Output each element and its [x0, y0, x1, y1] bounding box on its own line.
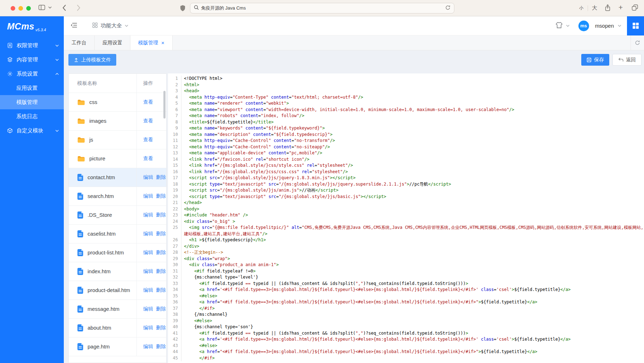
delete-link[interactable]: 删除	[156, 287, 166, 293]
table-row[interactable]: message.htm 编辑删除	[69, 300, 166, 319]
table-row[interactable]: page.htm 编辑删除	[69, 337, 166, 356]
template-file-panel: 模板名称 操作 css 查看 images 查看 js 查看	[68, 73, 167, 363]
browser-sidebar-toggle-icon[interactable]	[38, 4, 45, 11]
edit-link[interactable]: 编辑	[143, 231, 153, 237]
file-icon	[77, 193, 83, 200]
view-link[interactable]: 查看	[143, 137, 153, 143]
address-bar[interactable]: 免疫开源的 Java Cms	[190, 3, 454, 13]
edit-link[interactable]: 编辑	[143, 212, 153, 218]
new-tab-button[interactable]: +	[618, 3, 623, 12]
forward-icon[interactable]	[77, 4, 80, 11]
sidebar-item-system-settings[interactable]: 系统设置	[0, 67, 64, 81]
delete-link[interactable]: 删除	[156, 231, 166, 237]
line-number: 39	[168, 318, 181, 324]
sidebar-subitem-app-settings[interactable]: 应用设置	[0, 81, 64, 95]
file-name: contact.htm	[88, 174, 115, 181]
share-icon[interactable]	[605, 4, 611, 11]
table-row[interactable]: product-list.htm 编辑删除	[69, 243, 166, 262]
view-link[interactable]: 查看	[143, 118, 153, 124]
refresh-tab-button[interactable]	[631, 35, 644, 50]
line-number: 21	[168, 200, 181, 206]
delete-link[interactable]: 删除	[156, 268, 166, 275]
line-number: 35	[168, 293, 181, 299]
delete-link[interactable]: 删除	[156, 193, 166, 199]
line-number: 42	[168, 336, 181, 343]
edit-link[interactable]: 编辑	[143, 325, 153, 331]
sidebar-item-custom-modules[interactable]: 自定义模块	[0, 123, 64, 138]
back-button[interactable]: 返回	[612, 54, 642, 66]
theme-icon[interactable]	[555, 22, 563, 30]
window-close-button[interactable]	[11, 6, 15, 11]
sidebar-collapse-icon[interactable]	[71, 22, 77, 29]
code-line: 25 <img src="{@ms:file field.typelitpic/…	[168, 225, 644, 237]
chevron-down-icon[interactable]	[48, 6, 52, 9]
edit-link[interactable]: 编辑	[143, 306, 153, 312]
delete-link[interactable]: 删除	[156, 174, 166, 181]
sidebar-subitem-template-management[interactable]: 模版管理	[0, 95, 64, 109]
chevron-down-icon	[55, 130, 59, 132]
apps-grid-button[interactable]	[627, 16, 644, 35]
zoom-in-button[interactable]: 大	[592, 5, 597, 11]
reload-icon[interactable]	[445, 5, 450, 12]
edit-link[interactable]: 编辑	[143, 343, 153, 350]
file-name: about.htm	[88, 324, 111, 331]
table-row[interactable]: picture 查看	[69, 149, 166, 168]
privacy-shield-icon[interactable]	[180, 5, 185, 11]
code-line: 27 </div>	[168, 243, 644, 250]
user-avatar[interactable]: ms	[578, 21, 589, 31]
save-button[interactable]: 保存	[581, 54, 609, 66]
zoom-out-button[interactable]: 小	[579, 5, 583, 11]
edit-link[interactable]: 编辑	[143, 174, 153, 181]
code-editor[interactable]: 1 <!DOCTYPE html> 2 <html> 3 <head> 4 <m…	[168, 73, 644, 363]
delete-link[interactable]: 删除	[156, 325, 166, 331]
function-menu[interactable]: 功能大全	[92, 22, 128, 29]
divider	[588, 5, 588, 11]
window-zoom-button[interactable]	[26, 6, 31, 11]
file-table-body: css 查看 images 查看 js 查看 picture 查看	[69, 93, 166, 356]
table-row[interactable]: product-detail.htm 编辑删除	[69, 281, 166, 300]
table-row[interactable]: js 查看	[69, 131, 166, 149]
window-minimize-button[interactable]	[18, 6, 23, 11]
column-actions: 操作	[137, 74, 166, 93]
sidebar-item-permissions[interactable]: 权限管理	[0, 38, 64, 53]
edit-link[interactable]: 编辑	[143, 287, 153, 293]
sidebar-item-content[interactable]: 内容管理	[0, 53, 64, 67]
line-number: 18	[168, 181, 181, 188]
edit-link[interactable]: 编辑	[143, 249, 153, 256]
line-number: 37	[168, 306, 181, 312]
upload-template-button[interactable]: 上传模板文件	[68, 54, 116, 66]
file-name: message.htm	[88, 306, 119, 313]
table-row[interactable]: index.htm 编辑删除	[69, 262, 166, 281]
tab-overview-icon[interactable]	[632, 4, 638, 11]
tab-template-management[interactable]: 模版管理 ×	[130, 35, 173, 50]
code-line: 37 </#if>	[168, 306, 644, 312]
username: msopen	[595, 23, 614, 29]
delete-link[interactable]: 删除	[156, 249, 166, 256]
table-row[interactable]: about.htm 编辑删除	[69, 319, 166, 337]
delete-link[interactable]: 删除	[156, 343, 166, 350]
table-scrollbar[interactable]	[163, 91, 166, 119]
table-row[interactable]: images 查看	[69, 112, 166, 131]
tab-workbench[interactable]: 工作台	[64, 35, 95, 50]
view-link[interactable]: 查看	[143, 99, 153, 105]
table-row[interactable]: .DS_Store 编辑删除	[69, 206, 166, 225]
tab-app-settings[interactable]: 应用设置	[95, 35, 130, 50]
code-line: 38 {/ms:channel}	[168, 312, 644, 318]
table-row[interactable]: css 查看	[69, 93, 166, 112]
sidebar-subitem-system-log[interactable]: 系统日志	[0, 109, 64, 123]
chevron-down-icon[interactable]	[566, 24, 570, 27]
delete-link[interactable]: 删除	[156, 306, 166, 312]
table-row[interactable]: search.htm 编辑删除	[69, 187, 166, 206]
chevron-down-icon[interactable]	[618, 24, 621, 27]
edit-link[interactable]: 编辑	[143, 193, 153, 199]
close-icon[interactable]: ×	[161, 40, 164, 46]
table-row[interactable]: caselist.htm 编辑删除	[69, 225, 166, 243]
delete-link[interactable]: 删除	[156, 212, 166, 218]
back-icon[interactable]	[62, 4, 66, 11]
view-link[interactable]: 查看	[143, 155, 153, 162]
table-row[interactable]: contact.htm 编辑删除	[69, 168, 166, 187]
edit-link[interactable]: 编辑	[143, 268, 153, 275]
line-number: 11	[168, 138, 181, 144]
code-line: 21 </head>	[168, 200, 644, 206]
tab-bar: 工作台 应用设置 模版管理 ×	[64, 35, 644, 50]
